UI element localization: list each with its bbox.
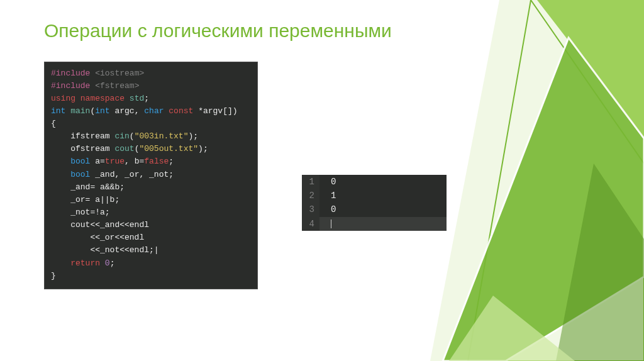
code-editor: #include <iostream> #include <fstream> u…	[44, 62, 258, 289]
output-row: 4	[302, 217, 447, 231]
slide-title: Операции с логическими переменными	[44, 19, 600, 43]
output-row: 2 1	[302, 189, 447, 203]
output-row: 3 0	[302, 203, 447, 216]
cursor-icon	[331, 219, 331, 228]
output-row: 1 0	[302, 175, 447, 189]
output-panel: 1 0 2 1 3 0 4	[302, 175, 447, 231]
